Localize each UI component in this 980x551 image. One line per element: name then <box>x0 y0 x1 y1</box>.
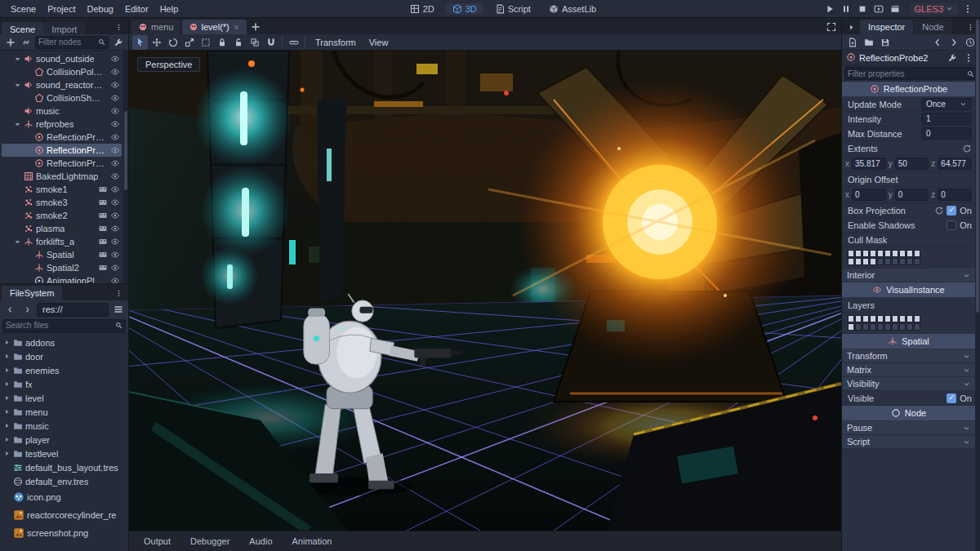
layer-cell[interactable] <box>877 250 884 257</box>
workspace-3d[interactable]: 3D <box>446 3 483 15</box>
visibility-toggle[interactable] <box>110 132 120 142</box>
scene-node-sound_outside[interactable]: sound_outside <box>2 52 122 65</box>
visibility-toggle[interactable] <box>110 250 120 260</box>
inspector-dock-tab-inspector[interactable]: Inspector <box>860 20 913 34</box>
bottom-panel-debugger[interactable]: Debugger <box>182 534 238 549</box>
inspector-scrollbar[interactable] <box>975 18 980 551</box>
group-interior[interactable]: Interior <box>842 269 975 282</box>
file-music[interactable]: music <box>2 419 127 433</box>
expand-dock-button[interactable] <box>844 20 859 34</box>
search-files-input[interactable] <box>6 321 114 330</box>
layer-cell[interactable] <box>906 323 913 331</box>
layer-cell[interactable] <box>914 315 920 322</box>
layer-cell[interactable] <box>892 315 898 322</box>
intensity-input[interactable]: 1 <box>921 113 972 125</box>
revert-button[interactable] <box>962 144 972 153</box>
snap-button[interactable] <box>263 35 278 50</box>
layer-cell[interactable] <box>862 258 869 265</box>
visibility-toggle[interactable] <box>110 224 120 233</box>
scene-node-music[interactable]: music <box>2 104 122 118</box>
group-visibility[interactable]: Visibility <box>842 377 975 391</box>
history-forward-button[interactable] <box>946 35 961 50</box>
layer-cell[interactable] <box>848 258 854 265</box>
play-custom-scene-button[interactable] <box>888 2 903 16</box>
ruler-button[interactable] <box>286 35 301 50</box>
menu-project[interactable]: Project <box>42 2 81 16</box>
group-matrix[interactable]: Matrix <box>842 363 975 377</box>
x-input[interactable]: 35.817 <box>852 158 886 170</box>
object-menu-button[interactable] <box>960 51 976 65</box>
group-script[interactable]: Script <box>842 435 975 449</box>
badge-button[interactable] <box>98 198 108 207</box>
layer-cell[interactable] <box>899 258 906 265</box>
z-input[interactable]: 0 <box>938 189 972 201</box>
file-testlevel[interactable]: testlevel <box>2 447 127 460</box>
file-level[interactable]: level <box>2 391 127 405</box>
bottom-panel-output[interactable]: Output <box>136 534 179 549</box>
layer-cell[interactable] <box>899 323 906 331</box>
filter-nodes-input[interactable] <box>38 38 96 47</box>
scene-node-CollisionPolygon[interactable]: CollisionPolygon <box>2 65 122 78</box>
badge-button[interactable] <box>98 250 108 260</box>
scene-tree-scrollbar[interactable] <box>123 51 128 283</box>
visibility-toggle[interactable] <box>110 145 120 155</box>
badge-button[interactable] <box>98 184 108 194</box>
y-input[interactable]: 50 <box>895 158 929 170</box>
layer-cell[interactable] <box>884 323 891 331</box>
visibility-toggle[interactable] <box>110 158 120 168</box>
layer-cell[interactable] <box>914 250 920 257</box>
save-resource-button[interactable] <box>877 35 893 50</box>
file-addons[interactable]: addons <box>2 335 127 349</box>
layer-cell[interactable] <box>884 258 891 265</box>
filter-properties-input[interactable] <box>848 69 965 78</box>
group-button[interactable] <box>247 35 262 50</box>
y-input[interactable]: 0 <box>895 189 929 201</box>
visibility-toggle[interactable] <box>110 80 120 90</box>
layer-cell[interactable] <box>870 250 876 257</box>
layer-cell[interactable] <box>906 258 913 265</box>
workspace-assetlib[interactable]: AssetLib <box>542 3 603 15</box>
badge-button[interactable] <box>98 237 108 247</box>
layer-cell[interactable] <box>848 315 854 322</box>
layer-cell[interactable] <box>877 315 884 322</box>
layer-cell[interactable] <box>906 250 913 257</box>
pause-button[interactable] <box>839 2 854 16</box>
category-spatial[interactable]: Spatial <box>842 334 975 349</box>
dock-menu-button[interactable] <box>111 20 127 34</box>
perspective-button[interactable]: Perspective <box>137 57 200 72</box>
visibility-toggle[interactable] <box>110 276 120 284</box>
add-node-button[interactable] <box>2 35 18 50</box>
viewport-menu-view[interactable]: View <box>363 36 395 49</box>
visibility-toggle[interactable] <box>110 67 120 77</box>
menu-scene[interactable]: Scene <box>5 2 42 16</box>
layer-cell[interactable] <box>870 258 876 265</box>
play-button[interactable] <box>822 2 838 16</box>
workspace-script[interactable]: Script <box>488 3 537 15</box>
file-icon-png[interactable]: icon.png <box>2 488 127 506</box>
file-door[interactable]: door <box>2 349 127 363</box>
group-pause[interactable]: Pause <box>842 421 975 435</box>
menu-help[interactable]: Help <box>154 2 185 16</box>
badge-button[interactable] <box>98 263 108 273</box>
3d-viewport[interactable]: Perspective <box>129 51 841 531</box>
fs-display-mode-button[interactable] <box>110 302 126 317</box>
scene-node-plasma[interactable]: plasma <box>2 222 122 235</box>
layer-cell[interactable] <box>855 315 862 322</box>
scene-node-refprobes[interactable]: refprobes <box>2 118 122 131</box>
file-reactorcorecylinder-re[interactable]: reactorcorecylinder_re <box>2 506 127 524</box>
scene-node-CollisionShape[interactable]: CollisionShape <box>2 91 122 104</box>
stop-button[interactable] <box>855 2 871 16</box>
layer-cell[interactable] <box>870 315 876 322</box>
renderer-select[interactable]: GLES3 <box>910 3 958 15</box>
badge-button[interactable] <box>98 224 108 233</box>
new-scene-tab-button[interactable] <box>248 20 264 34</box>
workspace-2d[interactable]: 2D <box>403 3 441 15</box>
visibility-toggle[interactable] <box>110 211 120 220</box>
attach-script-button[interactable] <box>110 35 126 50</box>
object-tools-button[interactable] <box>944 51 960 65</box>
resource-path[interactable]: res:// <box>37 303 109 317</box>
scene-node-ReflectionProbe2[interactable]: ReflectionProbe2 <box>2 144 122 157</box>
scale-tool[interactable] <box>181 35 197 50</box>
rotate-tool[interactable] <box>165 35 180 50</box>
fs-forward-button[interactable] <box>20 302 35 317</box>
